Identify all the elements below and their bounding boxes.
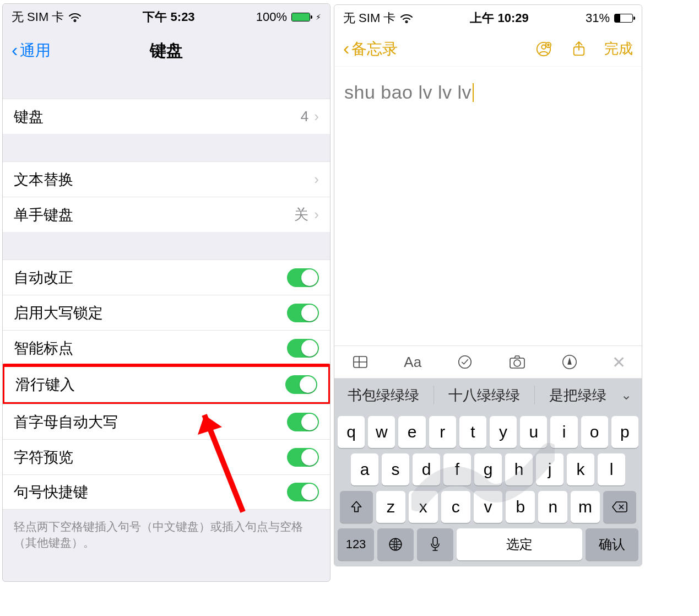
carrier-text: 无 SIM 卡 (12, 9, 64, 25)
done-button[interactable]: 完成 (604, 39, 633, 58)
key-shift[interactable] (340, 491, 373, 523)
key-k[interactable]: k (567, 453, 594, 485)
cell-label: 智能标点 (14, 338, 73, 358)
key-backspace[interactable] (603, 491, 636, 523)
chevron-left-icon: ‹ (343, 39, 349, 57)
key-t[interactable]: t (459, 416, 486, 448)
camera-icon[interactable] (507, 352, 527, 372)
carrier-text: 无 SIM 卡 (343, 10, 395, 26)
battery-icon (614, 14, 633, 23)
key-w[interactable]: w (368, 416, 395, 448)
toggle-section: 自动改正 启用大写锁定 智能标点 滑行键入 首字母自动大写 字符预览 句号快捷 (3, 260, 330, 510)
key-row-2: a s d f g h j k l (338, 453, 638, 485)
checklist-icon[interactable] (455, 352, 475, 372)
key-i[interactable]: i (550, 416, 577, 448)
key-u[interactable]: u (520, 416, 547, 448)
cell-label: 句号快捷键 (14, 482, 88, 502)
cell-auto-correct: 自动改正 (3, 260, 330, 295)
svg-point-8 (514, 360, 521, 366)
status-bar: 无 SIM 卡 下午 5:23 100% ⚡︎ (3, 4, 330, 30)
markup-icon[interactable] (560, 352, 579, 372)
key-row-3: z x c v b n m (338, 491, 638, 523)
key-select[interactable]: 选定 (457, 528, 582, 560)
key-row-1: q w e r t y u i o p (338, 416, 638, 448)
format-icon[interactable]: Aa (403, 352, 422, 372)
share-icon[interactable] (569, 39, 589, 59)
key-e[interactable]: e (398, 416, 425, 448)
table-icon[interactable] (350, 352, 370, 372)
key-r[interactable]: r (429, 416, 456, 448)
cell-keyboards[interactable]: 键盘 4 › (3, 99, 330, 134)
key-c[interactable]: c (441, 491, 470, 523)
nav-bar: ‹ 通用 键盘 (3, 30, 330, 71)
toggle-auto-correct[interactable] (287, 268, 319, 287)
notes-phone: 无 SIM 卡 上午 10:29 31% ‹ 备忘录 完成 shu bao lv… (334, 4, 642, 566)
back-button[interactable]: ‹ 备忘录 (343, 39, 398, 60)
cell-label: 启用大写锁定 (14, 303, 103, 323)
battery-text: 100% (256, 10, 287, 24)
key-x[interactable]: x (409, 491, 438, 523)
toggle-caps-lock[interactable] (287, 304, 319, 322)
key-l[interactable]: l (598, 453, 625, 485)
svg-rect-11 (433, 537, 437, 545)
close-toolbar-icon[interactable]: ✕ (612, 353, 626, 372)
cell-value: 关 (294, 205, 308, 224)
key-dictation[interactable] (417, 528, 453, 560)
candidate[interactable]: 书包绿绿绿 (339, 386, 428, 405)
cell-one-handed[interactable]: 单手键盘 关 › (3, 197, 330, 232)
key-g[interactable]: g (474, 453, 502, 485)
battery-text: 31% (586, 11, 610, 25)
chevron-right-icon: › (314, 206, 319, 223)
cell-auto-cap: 首字母自动大写 (3, 404, 330, 439)
key-confirm[interactable]: 确认 (586, 528, 638, 560)
wifi-icon (68, 12, 82, 22)
note-editor[interactable]: shu bao lv lv lv (334, 67, 642, 345)
add-person-icon[interactable] (534, 39, 554, 59)
cell-text-replacement[interactable]: 文本替换 › (3, 161, 330, 197)
toggle-auto-cap[interactable] (287, 413, 319, 431)
back-label: 备忘录 (351, 39, 398, 60)
page-title: 键盘 (3, 40, 330, 62)
key-a[interactable]: a (351, 453, 378, 485)
toggle-char-preview[interactable] (287, 448, 319, 467)
chevron-right-icon: › (314, 108, 319, 125)
cell-caps-lock: 启用大写锁定 (3, 295, 330, 330)
key-n[interactable]: n (538, 491, 567, 523)
cell-label: 文本替换 (14, 170, 73, 190)
cell-label: 自动改正 (14, 268, 73, 288)
key-f[interactable]: f (443, 453, 471, 485)
toggle-smart-punct[interactable] (287, 339, 319, 358)
key-o[interactable]: o (581, 416, 608, 448)
cell-label: 单手键盘 (14, 205, 73, 225)
key-h[interactable]: h (505, 453, 533, 485)
key-q[interactable]: q (338, 416, 365, 448)
key-b[interactable]: b (506, 491, 535, 523)
clock-text: 上午 10:29 (470, 10, 528, 26)
backspace-icon (611, 501, 628, 513)
candidate[interactable]: 十八绿绿绿 (440, 386, 529, 405)
key-d[interactable]: d (413, 453, 440, 485)
text-cursor-icon (473, 83, 474, 102)
candidate[interactable]: 是把绿绿 (540, 386, 615, 405)
key-s[interactable]: s (382, 453, 409, 485)
cell-slide-type: 滑行键入 (4, 367, 328, 402)
key-y[interactable]: y (490, 416, 517, 448)
charging-icon: ⚡︎ (316, 13, 321, 21)
footer-note: 轻点两下空格键插入句号（中文键盘）或插入句点与空格（其他键盘）。 (3, 510, 330, 560)
toggle-period-shortcut[interactable] (287, 483, 319, 501)
cell-smart-punct: 智能标点 (3, 330, 330, 365)
key-v[interactable]: v (474, 491, 503, 523)
note-text: shu bao lv lv lv (344, 82, 472, 102)
expand-candidates-icon[interactable]: ⌄ (621, 387, 632, 403)
key-numbers[interactable]: 123 (338, 528, 374, 560)
key-p[interactable]: p (611, 416, 638, 448)
key-z[interactable]: z (376, 491, 405, 523)
svg-point-6 (459, 356, 472, 369)
shift-icon (349, 500, 364, 514)
svg-point-2 (541, 45, 546, 49)
key-j[interactable]: j (536, 453, 563, 485)
key-m[interactable]: m (571, 491, 600, 523)
chevron-right-icon: › (314, 171, 319, 188)
key-globe[interactable] (377, 528, 414, 560)
toggle-slide-type[interactable] (285, 375, 317, 394)
